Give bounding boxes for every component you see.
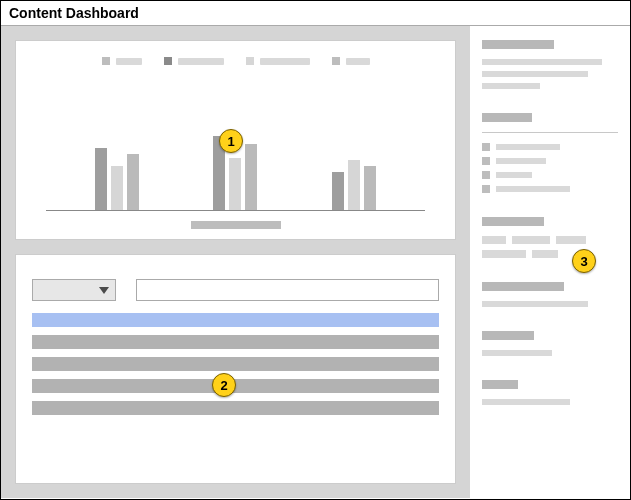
sidebar-tag[interactable]	[532, 250, 558, 258]
bar[interactable]	[111, 166, 123, 210]
sidebar-block	[482, 282, 618, 307]
sidebar-heading	[482, 113, 532, 122]
sidebar-list-item[interactable]	[482, 157, 618, 165]
legend-label	[260, 58, 310, 65]
sidebar-heading	[482, 380, 518, 389]
bullet-icon	[482, 157, 490, 165]
table-row[interactable]	[32, 401, 439, 415]
sidebar-text-line	[482, 71, 588, 77]
chart-legend	[102, 57, 370, 65]
sidebar-tag-wrap	[482, 236, 618, 258]
sidebar-heading	[482, 331, 534, 340]
sidebar-list-item[interactable]	[482, 171, 618, 179]
table-rows	[32, 313, 439, 415]
sidebar-block	[482, 331, 618, 356]
window-title: Content Dashboard	[1, 1, 630, 26]
annotation-marker-3: 3	[572, 249, 596, 273]
legend-label	[346, 58, 370, 65]
sidebar-list-label	[496, 186, 570, 192]
annotation-marker-2: 2	[212, 373, 236, 397]
legend-swatch	[102, 57, 110, 65]
annotation-marker-1: 1	[219, 129, 243, 153]
legend-label	[178, 58, 224, 65]
legend-item[interactable]	[102, 57, 142, 65]
workspace: 1 2 3	[1, 26, 630, 498]
table-header-row	[32, 313, 439, 327]
bar[interactable]	[95, 148, 107, 210]
sidebar-list-item[interactable]	[482, 185, 618, 193]
sidebar-list-label	[496, 172, 532, 178]
sidebar-text-line	[482, 350, 552, 356]
sidebar-tag[interactable]	[512, 236, 550, 244]
bar[interactable]	[332, 172, 344, 210]
bar[interactable]	[127, 154, 139, 210]
bar[interactable]	[348, 160, 360, 210]
bar[interactable]	[229, 158, 241, 210]
search-input[interactable]	[136, 279, 439, 301]
legend-item[interactable]	[246, 57, 310, 65]
legend-swatch	[164, 57, 172, 65]
sidebar-list-label	[496, 158, 546, 164]
sidebar-block	[482, 40, 618, 89]
main-column: 1 2	[1, 26, 470, 498]
sidebar-heading	[482, 217, 544, 226]
sidebar: 3	[470, 26, 630, 498]
bar-group	[95, 148, 139, 210]
legend-label	[116, 58, 142, 65]
sidebar-text-line	[482, 83, 540, 89]
sidebar-heading	[482, 282, 564, 291]
chart-panel: 1	[15, 40, 456, 240]
legend-item[interactable]	[164, 57, 224, 65]
sidebar-block	[482, 380, 618, 405]
table-panel: 2	[15, 254, 456, 484]
sidebar-list-item[interactable]	[482, 143, 618, 151]
filter-dropdown[interactable]	[32, 279, 116, 301]
sidebar-block	[482, 217, 618, 258]
chevron-down-icon	[99, 287, 109, 294]
legend-swatch	[332, 57, 340, 65]
bullet-icon	[482, 143, 490, 151]
sidebar-divider	[482, 132, 618, 133]
legend-item[interactable]	[332, 57, 370, 65]
bar[interactable]	[245, 144, 257, 210]
sidebar-text-line	[482, 399, 570, 405]
sidebar-tag[interactable]	[482, 250, 526, 258]
bullet-icon	[482, 185, 490, 193]
table-row[interactable]	[32, 335, 439, 349]
bar-group	[332, 160, 376, 210]
legend-swatch	[246, 57, 254, 65]
bar[interactable]	[364, 166, 376, 210]
sidebar-block	[482, 113, 618, 193]
sidebar-text-line	[482, 301, 588, 307]
filter-row	[32, 279, 439, 301]
sidebar-tag[interactable]	[482, 236, 506, 244]
sidebar-heading	[482, 40, 554, 49]
bullet-icon	[482, 171, 490, 179]
sidebar-list-label	[496, 144, 560, 150]
table-row[interactable]	[32, 357, 439, 371]
chart-caption	[191, 221, 281, 229]
sidebar-tag[interactable]	[556, 236, 586, 244]
sidebar-text-line	[482, 59, 602, 65]
